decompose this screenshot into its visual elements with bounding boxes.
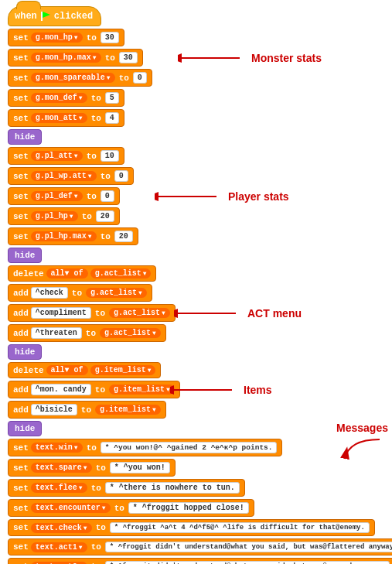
var-gplhpmax: g.pl_hp.max ▼	[31, 231, 97, 241]
flag-icon	[40, 11, 51, 22]
var-gplhp: g.pl_hp ▼	[31, 211, 78, 221]
val-textact2: * ^froggit didn't understand@what you sa…	[105, 561, 390, 564]
set-textcheck-row: set text.check ▼ to * ^froggit ^a^t 4 ^d…	[8, 519, 384, 536]
var-gitemlist: g.item_list ▼	[90, 365, 156, 375]
messages-label: Messages	[336, 422, 388, 434]
delete-gactlist-block: delete all▼ of g.act_list ▼	[8, 265, 156, 282]
set-gmonhpmax-block: set g.mon_hp.max ▼ to 30	[8, 49, 143, 67]
var-gplwpatt: g.pl_wp.att ▼	[31, 171, 97, 181]
items-label: Items	[244, 384, 272, 396]
val-textwin: * ^you won!@^ ^gained 2 ^e^κ^p points.	[101, 442, 278, 453]
delete-gitemlist-block: delete all▼ of g.item_list ▼	[8, 362, 161, 378]
delete-gactlist-row: delete all▼ of g.act_list ▼	[8, 265, 384, 282]
add-threaten-block: add ^threaten to g.act_list ▼	[8, 324, 166, 342]
set-textflee-block: set text.flee ▼ to * ^there is nowhere t…	[8, 479, 245, 497]
set-gmonspareable-row: set g.mon_spareable ▼ to 0	[8, 69, 384, 87]
add-compliment-block: add ^compliment to g.act_list ▼	[8, 304, 176, 322]
var-all-act: all▼ of	[46, 268, 88, 279]
monster-stats-label: Monster stats	[251, 52, 322, 64]
val-30b: 30	[119, 52, 138, 63]
val-textflee: * ^there is nowhere to tun.	[105, 482, 240, 494]
val-textspare: * ^you won!	[110, 462, 170, 473]
set-gplwpatt-row: set g.pl_wp.att ▼ to 0	[8, 167, 384, 185]
val-moncandy: ^mon. candy	[31, 384, 91, 395]
monster-stats-annotation: Monster stats	[178, 47, 322, 69]
delete-gitemlist-row: delete all▼ of g.item_list ▼	[8, 362, 384, 378]
val-4: 4	[105, 112, 119, 124]
set-textcheck-block: set text.check ▼ to * ^froggit ^a^t 4 ^d…	[8, 519, 375, 536]
var-gpldef: g.pl_def ▼	[31, 191, 83, 201]
var-gmondef: g.mon_def ▼	[31, 93, 87, 103]
items-annotation: Items	[170, 379, 272, 401]
var-gactlist2: g.act_list ▼	[86, 288, 147, 298]
set-gmonspareable-block: set g.mon_spareable ▼ to 0	[8, 69, 152, 87]
set-gmonhp-row: set g.mon_hp ▼ to 30	[8, 29, 384, 46]
set-gplhpmax-block: set g.pl_hp.max ▼ to 20	[8, 227, 138, 245]
hide-block-row-3: hide	[8, 344, 384, 360]
add-bisicle-row: add ^bisicle to g.item_list ▼	[8, 401, 384, 419]
var-textwin: text.win ▼	[31, 443, 83, 453]
set-textwin-block: set text.win ▼ to * ^you won!@^ ^gained …	[8, 439, 282, 456]
act-menu-annotation: ACT menu	[174, 303, 302, 324]
var-textflee: text.flee ▼	[31, 483, 87, 493]
set-gplwpatt-block: set g.pl_wp.att ▼ to 0	[8, 167, 134, 185]
var-textencounter: text.encounter ▼	[31, 503, 111, 513]
val-30: 30	[101, 32, 119, 43]
add-bisicle-block: add ^bisicle to g.item_list ▼	[8, 401, 166, 419]
val-10: 10	[101, 150, 119, 162]
messages-annotation: Messages	[332, 422, 388, 463]
var-textact2: text.act2 ▼	[31, 562, 87, 565]
var-gactlist3: g.act_list ▼	[109, 308, 170, 318]
set-gmonhp-block: set g.mon_hp ▼ to 30	[8, 29, 124, 46]
set-gplhp-row: set g.pl_hp ▼ to 20	[8, 207, 384, 225]
add-threaten-row: add ^threaten to g.act_list ▼	[8, 324, 384, 342]
set-textspare-row: set text.spare ▼ to * ^you won!	[8, 459, 384, 477]
var-gmonatt: g.mon_att ▼	[31, 113, 87, 123]
player-stats-annotation: Player stats	[155, 186, 289, 207]
hide-block-2: hide	[8, 248, 42, 263]
set-gmonatt-block: set g.mon_att ▼ to 4	[8, 109, 124, 127]
arrow-svg-2	[155, 186, 224, 207]
var-textcheck: text.check ▼	[31, 523, 92, 533]
hide-block-3: hide	[8, 344, 42, 360]
val-0c: 0	[101, 190, 114, 202]
hide-block-row-2: hide	[8, 248, 384, 263]
var-gplatt: g.pl_att ▼	[31, 151, 83, 161]
val-20a: 20	[96, 210, 114, 222]
set-textspare-block: set text.spare ▼ to * ^you won!	[8, 459, 176, 477]
when-label: when	[15, 11, 37, 22]
set-gpldef-row: set g.pl_def ▼ to 0 Player stats	[8, 187, 384, 205]
player-stats-label: Player stats	[228, 190, 289, 203]
val-textencounter: * ^froggit hopped close!	[128, 502, 249, 514]
add-moncandy-row: add ^mon. candy to g.item_list ▼ Items	[8, 381, 384, 398]
add-moncandy-block: add ^mon. candy to g.item_list ▼	[8, 381, 180, 398]
set-textflee-row: set text.flee ▼ to * ^there is nowhere t…	[8, 479, 384, 497]
svg-marker-1	[43, 12, 50, 18]
set-gpldef-block: set g.pl_def ▼ to 0	[8, 187, 120, 205]
var-gitemlist2: g.item_list ▼	[109, 385, 175, 395]
set-gplhp-block: set g.pl_hp ▼ to 20	[8, 207, 120, 225]
val-check: ^check	[31, 287, 68, 299]
set-textact1-row: set text.act1 ▼ to * ^froggit didn't und…	[8, 538, 384, 555]
val-bisicle: ^bisicle	[31, 404, 77, 415]
val-0a: 0	[133, 72, 147, 84]
set-textact2-row: set text.act2 ▼ to * ^froggit didn't und…	[8, 558, 384, 564]
arrow-svg	[178, 47, 247, 69]
when-clicked-hat: when clicked	[8, 6, 101, 26]
set-gmonatt-row: set g.mon_att ▼ to 4	[8, 109, 384, 127]
set-textact2-block: set text.act2 ▼ to * ^froggit didn't und…	[8, 558, 392, 564]
var-gitemlist3: g.item_list ▼	[95, 405, 161, 415]
set-textwin-row: set text.win ▼ to * ^you won!@^ ^gained …	[8, 439, 384, 456]
arrow-svg-5	[333, 436, 387, 463]
set-gmonhpmax-row: set g.mon_hp.max ▼ to 30 Monster stats	[8, 49, 384, 67]
val-0b: 0	[114, 170, 128, 182]
var-all-item: all▼ of	[46, 365, 88, 375]
set-textact1-block: set text.act1 ▼ to * ^froggit didn't und…	[8, 538, 392, 555]
scratch-workspace: when clicked set g.mon_hp ▼ to 30 set g.…	[0, 0, 392, 564]
var-gmonhp: g.mon_hp ▼	[31, 32, 83, 43]
val-20b: 20	[114, 231, 133, 242]
act-menu-label: ACT menu	[247, 307, 302, 320]
val-compliment: ^compliment	[31, 307, 91, 319]
var-textspare: text.spare ▼	[31, 463, 92, 473]
add-check-row: add ^check to g.act_list ▼	[8, 284, 384, 302]
